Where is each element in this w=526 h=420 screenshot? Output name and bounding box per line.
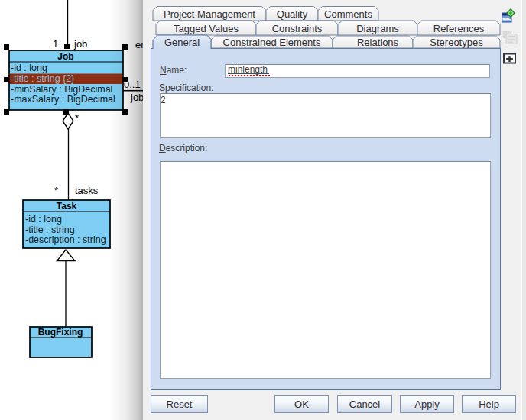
svg-text:-minSalary : BigDecimal: -minSalary : BigDecimal (11, 84, 112, 95)
svg-text:Constraints: Constraints (272, 23, 323, 34)
svg-text:job: job (73, 38, 87, 50)
svg-text:-id : long: -id : long (25, 214, 62, 225)
svg-text:Project Management: Project Management (164, 8, 255, 20)
svg-text:Task: Task (57, 201, 77, 212)
svg-text:tasks: tasks (75, 185, 99, 196)
svg-text:Constrained Elements: Constrained Elements (223, 37, 321, 48)
svg-text:*: * (54, 185, 58, 196)
svg-text:-maxSalary : BigDecimal: -maxSalary : BigDecimal (11, 94, 115, 105)
svg-text:Job: Job (57, 51, 73, 62)
svg-text:-description : string: -description : string (25, 234, 106, 245)
svg-text:Comments: Comments (324, 8, 372, 20)
svg-text:Stereotypes: Stereotypes (430, 37, 483, 48)
svg-text:-title : string {2}: -title : string {2} (11, 73, 74, 84)
svg-text:-title : string: -title : string (25, 225, 75, 235)
svg-text:General: General (164, 37, 200, 48)
svg-text:1: 1 (53, 38, 58, 50)
svg-text:Relations: Relations (357, 37, 399, 48)
svg-text:References: References (433, 23, 485, 34)
svg-text:*: * (75, 112, 79, 124)
svg-text:Diagrams: Diagrams (356, 23, 399, 34)
svg-text:Tagged Values: Tagged Values (174, 23, 239, 34)
svg-text:Quality: Quality (277, 8, 308, 20)
svg-text:BugFixing: BugFixing (38, 327, 83, 338)
svg-text:-id : long: -id : long (11, 63, 47, 73)
